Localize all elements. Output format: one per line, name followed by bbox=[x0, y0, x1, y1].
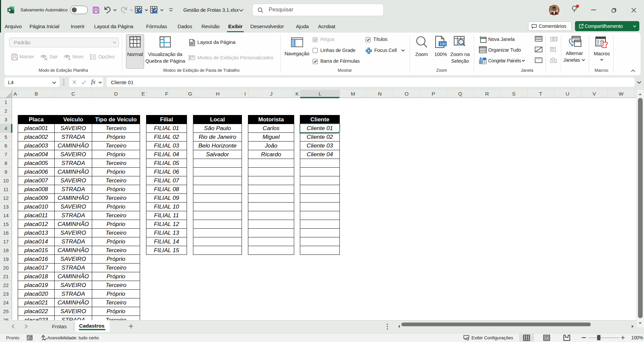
svg-text:100: 100 bbox=[440, 42, 446, 46]
